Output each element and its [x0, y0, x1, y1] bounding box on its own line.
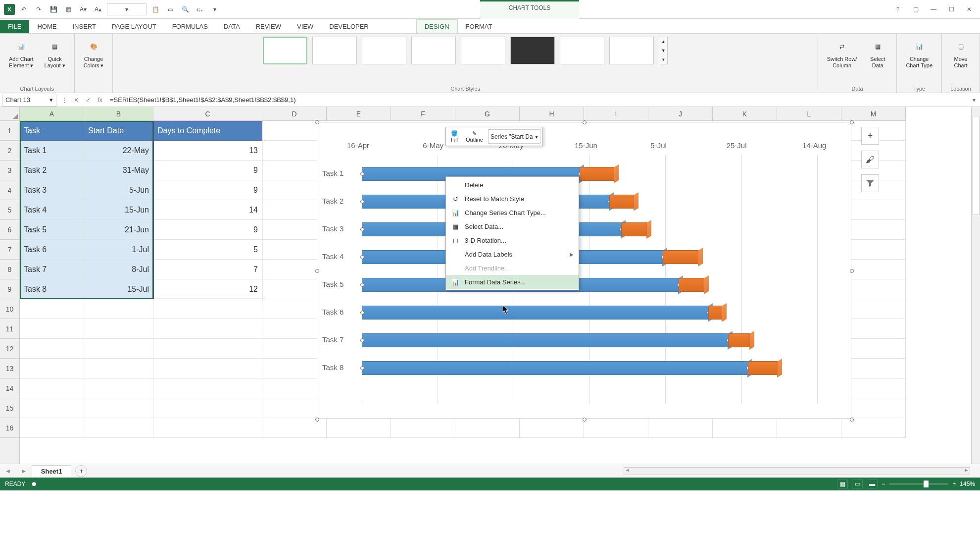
- bar-row[interactable]: [362, 250, 817, 264]
- row-header-4[interactable]: 4: [0, 180, 19, 200]
- chart-resize-handle[interactable]: [583, 120, 587, 124]
- qat-more-2[interactable]: ⎌▾: [194, 3, 206, 15]
- fill-button[interactable]: 🪣 Fill: [448, 129, 461, 144]
- cell-B15[interactable]: [84, 398, 153, 418]
- cell-K16[interactable]: [713, 418, 777, 438]
- chart-style-4[interactable]: [411, 37, 456, 64]
- cell-A15[interactable]: [20, 398, 84, 418]
- bar-row[interactable]: [362, 333, 817, 347]
- bar-days-complete[interactable]: [708, 306, 722, 320]
- ctx-select-data[interactable]: ▦Select Data...: [446, 219, 579, 233]
- cell-C5[interactable]: 14: [153, 200, 262, 220]
- selection-handle[interactable]: [360, 283, 364, 287]
- ctx-3d-rotation[interactable]: ◻3-D Rotation...: [446, 233, 579, 247]
- paste-button[interactable]: 📋: [149, 3, 161, 15]
- bar-days-complete[interactable]: [663, 250, 698, 264]
- bar-start-date[interactable]: [362, 361, 748, 375]
- switch-row-column-button[interactable]: ⇄ Switch Row/ Column: [824, 37, 860, 71]
- bar-row[interactable]: [362, 361, 817, 375]
- maximize-button[interactable]: ☐: [944, 3, 958, 15]
- cell-I16[interactable]: [584, 418, 648, 438]
- expand-formula-button[interactable]: ⋮: [58, 94, 70, 106]
- chart-styles-button[interactable]: 🖌: [861, 151, 879, 168]
- cell-B4[interactable]: 5-Jun: [84, 180, 153, 200]
- tab-design[interactable]: DESIGN: [416, 19, 458, 33]
- ribbon-display-button[interactable]: ▢: [909, 3, 923, 15]
- vertical-scrollbar[interactable]: [971, 107, 980, 464]
- column-header-B[interactable]: B: [84, 107, 153, 120]
- view-page-layout-button[interactable]: ▭: [852, 480, 863, 488]
- bar-row[interactable]: [362, 167, 817, 181]
- cell-C12[interactable]: [153, 339, 262, 359]
- font-inc-button[interactable]: A▴: [92, 3, 104, 15]
- cell-A11[interactable]: [20, 319, 84, 339]
- column-header-J[interactable]: J: [648, 107, 713, 120]
- column-header-D[interactable]: D: [262, 107, 327, 120]
- bar-days-complete[interactable]: [621, 222, 647, 236]
- cell-B3[interactable]: 31-May: [84, 160, 153, 180]
- tab-file[interactable]: FILE: [0, 20, 29, 33]
- qat-button[interactable]: ▦: [62, 3, 74, 15]
- cell-A16[interactable]: [20, 418, 84, 438]
- bar-days-complete[interactable]: [580, 167, 614, 181]
- cell-A1[interactable]: Task: [20, 121, 84, 141]
- cell-C13[interactable]: [153, 359, 262, 378]
- row-header-10[interactable]: 10: [0, 299, 19, 319]
- cell-C11[interactable]: [153, 319, 262, 339]
- cell-C3[interactable]: 9: [153, 160, 262, 180]
- select-data-button[interactable]: ▦ Select Data: [865, 37, 890, 71]
- cell-A6[interactable]: Task 5: [20, 220, 84, 240]
- row-header-5[interactable]: 5: [0, 200, 19, 220]
- cell-B6[interactable]: 21-Jun: [84, 220, 153, 240]
- chart-style-8[interactable]: [609, 37, 654, 64]
- row-header-3[interactable]: 3: [0, 160, 19, 180]
- chart-resize-handle[interactable]: [850, 269, 854, 273]
- view-normal-button[interactable]: ▦: [837, 480, 848, 488]
- bar-start-date[interactable]: [362, 306, 708, 320]
- enter-button[interactable]: ✓: [82, 94, 94, 106]
- print-preview-button[interactable]: 🔍: [179, 3, 191, 15]
- sheet-nav-next[interactable]: ►: [16, 468, 32, 475]
- cell-C1[interactable]: Days to Complete: [153, 121, 262, 141]
- chart-object[interactable]: 16-Apr6-May26-May15-Jun5-Jul25-Jul14-Aug…: [317, 122, 851, 419]
- cell-C2[interactable]: 13: [153, 141, 262, 160]
- row-header-15[interactable]: 15: [0, 398, 19, 418]
- zoom-level[interactable]: 145%: [960, 481, 975, 487]
- sheet-nav-prev[interactable]: ◄: [0, 468, 16, 475]
- chart-resize-handle[interactable]: [850, 120, 854, 124]
- scrollbar-thumb[interactable]: [973, 116, 980, 215]
- column-header-C[interactable]: C: [153, 107, 262, 120]
- change-chart-type-button[interactable]: 📊 Change Chart Type: [903, 37, 935, 71]
- cell-B11[interactable]: [84, 319, 153, 339]
- add-sheet-button[interactable]: +: [75, 465, 87, 477]
- chart-resize-handle[interactable]: [315, 120, 319, 124]
- cell-A4[interactable]: Task 3: [20, 180, 84, 200]
- ctx-change-chart-type[interactable]: 📊Change Series Chart Type...: [446, 206, 579, 219]
- fx-button[interactable]: fx: [94, 94, 106, 106]
- row-header-1[interactable]: 1: [0, 121, 19, 141]
- sheet-tab-sheet1[interactable]: Sheet1: [32, 465, 72, 477]
- cell-C4[interactable]: 9: [153, 180, 262, 200]
- chart-style-1[interactable]: [263, 37, 307, 64]
- cell-A9[interactable]: Task 8: [20, 279, 84, 299]
- cell-B13[interactable]: [84, 359, 153, 378]
- column-header-H[interactable]: H: [520, 107, 584, 120]
- selection-handle[interactable]: [360, 227, 364, 231]
- quick-layout-button[interactable]: ▦ Quick Layout ▾: [42, 37, 68, 71]
- qat-more-1[interactable]: ▭: [164, 3, 176, 15]
- row-header-9[interactable]: 9: [0, 279, 19, 299]
- row-header-8[interactable]: 8: [0, 260, 19, 279]
- name-box[interactable]: Chart 13▾: [2, 94, 56, 107]
- chart-style-7[interactable]: [560, 37, 604, 64]
- tab-home[interactable]: HOME: [29, 20, 64, 33]
- cell-G16[interactable]: [455, 418, 520, 438]
- chart-style-2[interactable]: [312, 37, 357, 64]
- cell-A13[interactable]: [20, 359, 84, 378]
- font-size-combo[interactable]: ▾: [107, 3, 147, 15]
- cell-B14[interactable]: [84, 378, 153, 398]
- cell-B12[interactable]: [84, 339, 153, 359]
- cell-C15[interactable]: [153, 398, 262, 418]
- bar-row[interactable]: [362, 195, 817, 209]
- tab-data[interactable]: DATA: [216, 20, 248, 33]
- cell-A5[interactable]: Task 4: [20, 200, 84, 220]
